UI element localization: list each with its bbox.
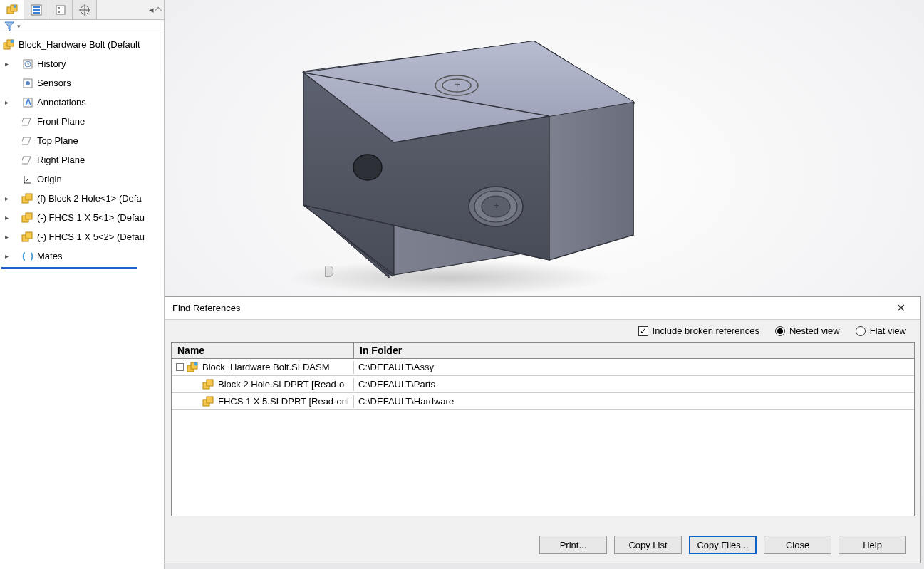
part-icon (21, 192, 34, 205)
expander-icon[interactable]: ▸ (3, 233, 10, 241)
assembly-icon (6, 4, 18, 16)
tree-item-label: Front Plane (37, 116, 85, 127)
expander-icon[interactable]: ▸ (3, 194, 10, 202)
svg-rect-30 (26, 232, 32, 239)
tree-item[interactable]: ▸AAnnotations (0, 93, 164, 112)
svg-rect-72 (207, 397, 213, 403)
svg-point-61 (353, 155, 382, 180)
expander-icon[interactable]: ▸ (3, 214, 10, 221)
right-area: + + Find References ✕ (165, 0, 924, 569)
table-header[interactable]: Name In Folder (172, 343, 914, 359)
table-row[interactable]: −Block_Hardware Bolt.SLDASMC:\DEFAULT\As… (172, 359, 914, 376)
nested-view-label: Nested view (789, 325, 840, 336)
flat-view-label: Flat view (870, 325, 906, 336)
tree-item-label: Sensors (37, 78, 71, 88)
tree-item[interactable]: Top Plane (0, 131, 164, 150)
tree-root[interactable]: Block_Hardware Bolt (Default (0, 35, 164, 54)
radio-icon (775, 326, 785, 336)
copy-list-button[interactable]: Copy List (614, 536, 682, 554)
dialog-titlebar[interactable]: Find References ✕ (165, 297, 920, 320)
svg-rect-22 (22, 118, 31, 125)
plane-icon (21, 115, 34, 128)
svg-rect-26 (26, 194, 32, 200)
ref-folder: C:\DEFAULT\Hardware (358, 396, 454, 407)
ref-name: Block 2 Hole.SLDPRT [Read-o (218, 379, 344, 390)
tree-selection-underline (1, 267, 137, 269)
table-row[interactable]: FHCS 1 X 5.SLDPRT [Read-onlC:\DEFAULT\Ha… (172, 393, 914, 410)
tree-filter-row: ▾ (0, 20, 164, 33)
nested-view-radio[interactable]: Nested view (775, 325, 840, 336)
find-references-dialog: Find References ✕ Include broken referen… (165, 296, 921, 563)
svg-rect-28 (26, 213, 32, 219)
chevron-down-icon[interactable]: ▾ (17, 23, 21, 30)
tab-assembly[interactable] (0, 0, 24, 19)
expander-icon[interactable]: ▸ (3, 98, 10, 106)
corner-icon (154, 6, 162, 14)
tree-item[interactable]: Origin (0, 169, 164, 189)
tree-item-label: Right Plane (37, 155, 85, 165)
radio-icon (856, 326, 866, 336)
tree-item[interactable]: ▸Mates (0, 246, 164, 266)
plane-icon (21, 154, 34, 167)
expander-icon[interactable]: ▸ (3, 252, 10, 260)
dialog-title: Find References (172, 303, 888, 313)
annot-icon: A (21, 96, 34, 109)
tabstrip-scroll[interactable]: ◂ (146, 0, 164, 19)
tree-item-label: Top Plane (37, 135, 78, 146)
dialog-button-row: Print... Copy List Copy Files... Close H… (165, 528, 920, 563)
tree-item[interactable]: Sensors (0, 73, 164, 93)
assembly-icon (187, 361, 199, 374)
chevron-left-icon: ◂ (149, 4, 154, 15)
tree-item[interactable]: Right Plane (0, 150, 164, 169)
help-button[interactable]: Help (839, 536, 906, 554)
table-body: −Block_Hardware Bolt.SLDASMC:\DEFAULT\As… (172, 359, 914, 516)
tree-item[interactable]: ▸(f) Block 2 Hole<1> (Defa (0, 189, 164, 208)
print-button[interactable]: Print... (539, 536, 607, 554)
svg-point-15 (11, 39, 14, 43)
references-table: Name In Folder −Block_Hardware Bolt.SLDA… (171, 342, 915, 516)
tree-item-label: (-) FHCS 1 X 5<1> (Defau (37, 212, 145, 223)
mates-icon (21, 250, 34, 263)
tree-item[interactable]: ▸(-) FHCS 1 X 5<2> (Defau (0, 227, 164, 246)
tree-item[interactable]: ▸History (0, 54, 164, 73)
funnel-icon[interactable] (4, 21, 14, 31)
tab-display[interactable] (73, 0, 97, 19)
flat-view-radio[interactable]: Flat view (856, 325, 906, 336)
feature-tree: Block_Hardware Bolt (Default ▸HistorySen… (0, 33, 164, 569)
close-icon[interactable]: ✕ (888, 301, 913, 315)
history-icon (21, 58, 34, 71)
col-folder[interactable]: In Folder (354, 343, 914, 358)
ref-folder: C:\DEFAULT\Assy (358, 362, 434, 372)
svg-rect-9 (58, 11, 60, 13)
tree-item-label: Origin (37, 174, 62, 184)
expander-icon[interactable]: ▸ (3, 60, 10, 68)
part-icon (202, 378, 215, 391)
tab-property[interactable] (48, 0, 73, 19)
col-name[interactable]: Name (172, 343, 354, 358)
svg-rect-24 (22, 157, 31, 164)
include-broken-label: Include broken references (653, 325, 759, 336)
svg-rect-23 (22, 137, 31, 145)
copy-files-button[interactable]: Copy Files... (689, 536, 757, 554)
close-button[interactable]: Close (764, 536, 831, 554)
table-row[interactable]: Block 2 Hole.SLDPRT [Read-oC:\DEFAULT\Pa… (172, 376, 914, 393)
svg-text:+: + (455, 79, 460, 90)
include-broken-checkbox[interactable]: Include broken references (638, 325, 759, 336)
dialog-options: Include broken references Nested view Fl… (165, 320, 920, 342)
tree-item-label: (f) Block 2 Hole<1> (Defa (37, 193, 142, 204)
ref-name: Block_Hardware Bolt.SLDASM (202, 362, 329, 372)
feature-tree-panel: ◂ ▾ Block_Hardware Bolt (Default ▸Histor… (0, 0, 165, 569)
panel-tabstrip: ◂ (0, 0, 164, 20)
collapse-icon[interactable]: − (176, 363, 184, 371)
tab-config[interactable] (24, 0, 48, 19)
tree-root-label: Block_Hardware Bolt (Default (19, 39, 140, 50)
tree-item-label: History (37, 58, 66, 69)
checkbox-icon (638, 326, 648, 336)
tree-item[interactable]: Front Plane (0, 112, 164, 131)
svg-marker-54 (549, 102, 633, 260)
svg-point-68 (194, 362, 198, 365)
ref-folder: C:\DEFAULT\Parts (358, 379, 435, 390)
tree-item-label: Annotations (37, 97, 86, 108)
tree-item[interactable]: ▸(-) FHCS 1 X 5<1> (Defau (0, 208, 164, 227)
target-icon (79, 4, 90, 16)
